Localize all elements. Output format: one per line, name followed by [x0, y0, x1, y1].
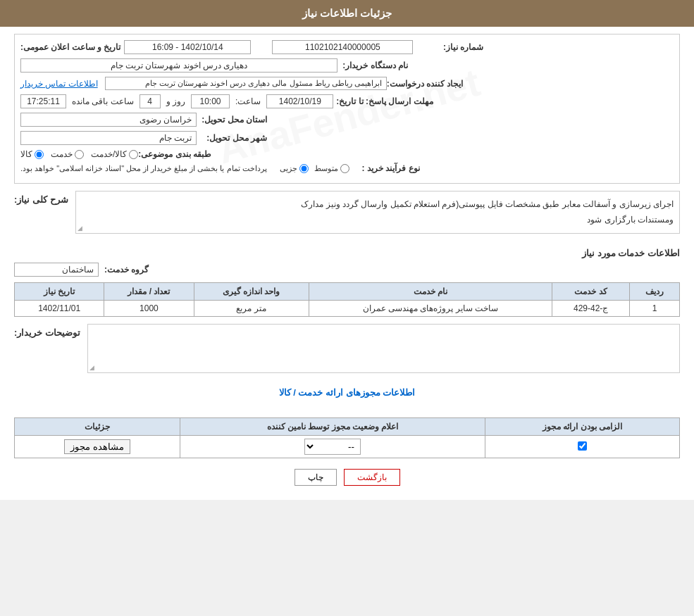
deadline-remaining: 17:25:11: [20, 94, 66, 108]
bottom-buttons: بازگشت چاپ: [14, 469, 680, 486]
creator-row: ایجاد کننده درخواست: ابراهیمی ریاطی ریاط…: [20, 77, 674, 90]
permissions-divider: اطلاعات مجوزهای ارائه خدمت / کالا: [14, 387, 680, 398]
category-row: طبقه بندی موضوعی: کالا/خدمت خدمت کالا: [20, 149, 674, 159]
print-button[interactable]: چاپ: [295, 469, 337, 486]
buyer-name-row: نام دستگاه خریدار: دهیاری درس اخوند شهرس…: [20, 58, 674, 73]
deadline-remaining-label: ساعت باقی مانده: [72, 96, 134, 106]
group-label: گروه خدمت:: [104, 265, 149, 275]
category-kala-label: کالا: [20, 149, 32, 159]
page-wrapper: جزئیات اطلاعات نیاز AnaFender.net شماره …: [0, 0, 694, 500]
permissions-table: الزامی بودن ارائه مجوز اعلام وضعیت مجوز …: [14, 417, 680, 458]
col-header-rownum: ردیف: [629, 283, 679, 301]
resize-handle: ◢: [78, 225, 82, 232]
deadline-days: 4: [140, 94, 161, 108]
category-kala-khedmat-label: کالا/خدمت: [91, 149, 127, 159]
col-header-unit: واحد اندازه گیری: [194, 283, 309, 301]
description-box: اجرای زیرسازی و آسفالت معابر طبق مشخصات …: [75, 191, 680, 234]
buyer-name-value: دهیاری درس اخوند شهرستان تربت جام: [20, 58, 337, 73]
page-title: جزئیات اطلاعات نیاز: [302, 7, 392, 19]
need-number-value: 1102102140000005: [272, 40, 413, 54]
process-jazri-label: جزیی: [280, 164, 297, 173]
deadline-row: مهلت ارسال پاسخ: تا تاریخ: 1402/10/19 سا…: [20, 94, 674, 108]
deadline-days-label: روز و: [166, 96, 185, 106]
city-label: شهر محل تحویل:: [197, 133, 267, 143]
creator-value: ابراهیمی ریاطی ریاط مسئول مالی دهیاری در…: [105, 77, 387, 90]
process-row: نوع فرآیند خرید : متوسط جزیی پرداخت تمام…: [20, 163, 674, 173]
category-label: طبقه بندی موضوعی:: [138, 149, 211, 159]
category-kala-item: کالا: [20, 149, 44, 159]
city-row: شهر محل تحویل: تربت جام: [20, 131, 674, 145]
category-khedmat-item: خدمت: [51, 149, 84, 159]
process-label: نوع فرآیند خرید :: [349, 163, 420, 173]
col-header-code: کد خدمت: [552, 283, 630, 301]
province-value: خراسان رضوی: [20, 113, 197, 127]
col-header-date: تاریخ نیاز: [15, 283, 104, 301]
category-kala-radio[interactable]: [35, 150, 44, 159]
announce-date-label: تاریخ و ساعت اعلان عمومی:: [20, 42, 120, 52]
main-info-section: AnaFender.net شماره نیاز: 11021021400000…: [14, 34, 680, 184]
category-radio-group: کالا/خدمت خدمت کالا: [20, 149, 138, 159]
perm-col-detail: جزئیات: [15, 418, 180, 436]
buyer-notes-section: ◢ توضیحات خریدار:: [14, 324, 680, 380]
need-number-row: شماره نیاز: 1102102140000005 1402/10/14 …: [20, 40, 674, 54]
buyer-name-label: نام دستگاه خریدار:: [337, 61, 408, 70]
description-section: اجرای زیرسازی و آسفالت معابر طبق مشخصات …: [14, 191, 680, 241]
status-select[interactable]: --: [304, 439, 361, 455]
group-value: ساختمان: [14, 263, 99, 277]
back-button[interactable]: بازگشت: [344, 469, 400, 486]
deadline-date: 1402/10/19: [266, 94, 333, 108]
contact-link[interactable]: اطلاعات تماس خریدار: [20, 79, 98, 89]
announce-date-value: 1402/10/14 - 16:09: [124, 40, 251, 54]
services-section: اطلاعات خدمات مورد نیاز گروه خدمت: ساختم…: [14, 248, 680, 380]
creator-label: ایجاد کننده درخواست:: [387, 79, 464, 89]
table-row: 1ج-42-429ساخت سایر پروژه‌های مهندسی عمرا…: [15, 301, 680, 317]
perm-col-status: اعلام وضعیت مجوز توسط نامین کننده: [180, 418, 485, 436]
category-khedmat-radio[interactable]: [75, 150, 84, 159]
category-kala-khedmat-item: کالا/خدمت: [91, 149, 138, 159]
view-permit-button[interactable]: مشاهده مجوز: [64, 439, 130, 454]
main-content: AnaFender.net شماره نیاز: 11021021400000…: [0, 27, 694, 500]
category-khedmat-label: خدمت: [51, 149, 73, 159]
process-jazri-radio[interactable]: [299, 164, 309, 173]
description-text: اجرای زیرسازی و آسفالت معابر طبق مشخصات …: [82, 197, 674, 227]
process-options: متوسط جزیی پرداخت تمام یا بخشی از مبلغ خ…: [20, 164, 349, 173]
process-note: پرداخت تمام یا بخشی از مبلغ خریدار از مح…: [20, 164, 267, 173]
need-number-label: شماره نیاز:: [413, 42, 483, 52]
buyer-notes-box: ◢: [87, 324, 680, 373]
group-row: گروه خدمت: ساختمان: [14, 263, 680, 277]
province-row: استان محل تحویل: خراسان رضوی: [20, 113, 674, 127]
col-header-name: نام خدمت: [309, 283, 552, 301]
deadline-time-label: ساعت:: [235, 96, 261, 106]
page-header: جزئیات اطلاعات نیاز: [0, 0, 694, 27]
services-table: ردیف کد خدمت نام خدمت واحد اندازه گیری ت…: [14, 282, 680, 317]
process-jazri-item: جزیی: [280, 164, 309, 173]
category-kala-khedmat-radio[interactable]: [129, 150, 138, 159]
deadline-time: 10:00: [191, 94, 230, 108]
process-motavasset-radio[interactable]: [340, 164, 349, 173]
table-row: --مشاهده مجوز: [15, 436, 680, 458]
process-motavasset-label: متوسط: [314, 164, 338, 173]
deadline-label: مهلت ارسال پاسخ: تا تاریخ:: [336, 96, 433, 106]
services-title: اطلاعات خدمات مورد نیاز: [14, 248, 680, 258]
city-value: تربت جام: [20, 131, 197, 145]
spacer: [14, 403, 680, 417]
description-label: شرح کلی نیاز:: [14, 191, 68, 205]
required-checkbox[interactable]: [578, 441, 587, 451]
perm-col-required: الزامی بودن ارائه مجوز: [485, 418, 679, 436]
col-header-qty: تعداد / مقدار: [104, 283, 194, 301]
province-label: استان محل تحویل:: [197, 115, 267, 125]
process-motavasset-item: متوسط: [314, 164, 349, 173]
description-line2: ومستندات بارگزاری شود: [587, 215, 674, 225]
description-line1: اجرای زیرسازی و آسفالت معابر طبق مشخصات …: [301, 199, 674, 209]
buyer-notes-label: توضیحات خریدار:: [14, 324, 80, 338]
notes-resize-handle: ◢: [89, 364, 94, 371]
